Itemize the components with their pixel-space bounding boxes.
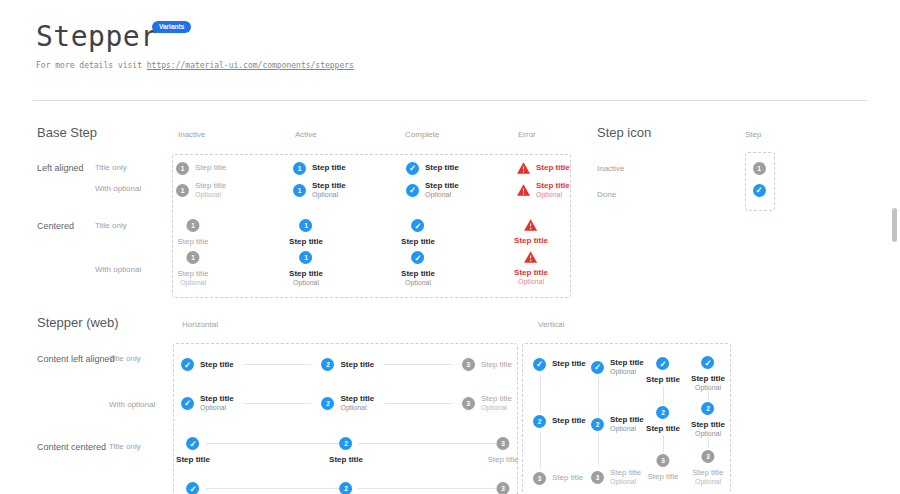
- step-cell: ✓Step titleOptional: [406, 179, 459, 201]
- step-label-block: Step titleOptional: [481, 394, 512, 413]
- step-label-block: Step title: [552, 359, 586, 369]
- column-header-error: Error: [518, 130, 536, 139]
- connector-line: [358, 488, 496, 489]
- step-title: Step title: [177, 269, 208, 279]
- connector-line: [244, 364, 312, 365]
- step-number-icon: 2: [533, 415, 546, 428]
- row-label-left-aligned: Left aligned: [37, 163, 84, 173]
- step-title: Step title: [289, 237, 323, 247]
- docs-link[interactable]: https://material-ui.com/components/stepp…: [147, 61, 354, 70]
- row-sublabel-web-with-optional: With optional: [109, 400, 155, 409]
- check-icon: ✓: [412, 251, 425, 264]
- step-label-block: Step title: [646, 424, 680, 434]
- row-sublabel-with-optional: With optional: [95, 184, 141, 193]
- step-icon-row-inactive: Inactive: [597, 164, 625, 173]
- check-icon: ✓: [187, 482, 200, 494]
- step-number-icon: 1: [753, 162, 766, 175]
- step-number-icon: 2: [340, 437, 353, 450]
- step-label-block: Step title: [647, 472, 678, 482]
- step-label-block: Step titleOptional: [200, 394, 234, 413]
- step-label-block: Step title: [481, 360, 512, 370]
- step-optional-label: Optional: [195, 191, 226, 200]
- warning-icon: [517, 162, 530, 174]
- step-title: Step title: [481, 360, 512, 370]
- check-icon: ✓: [181, 397, 194, 410]
- step-label-block: Step titleOptional: [536, 181, 570, 200]
- step-number-icon: 1: [293, 162, 306, 175]
- step-title: Step title: [481, 394, 512, 404]
- step-cell: Step titleOptional: [514, 251, 548, 287]
- step-cell: 1Step titleOptional: [177, 251, 208, 288]
- subtitle: For more details visit https://material-…: [36, 61, 354, 70]
- column-header-inactive: Inactive: [178, 130, 206, 139]
- step-cell: 2Step title: [533, 410, 586, 432]
- step-number-icon: 3: [591, 471, 604, 484]
- step-title: Step title: [177, 237, 208, 247]
- step-title: Step title: [536, 181, 570, 191]
- design-canvas: Stepper Variants For more details visit …: [0, 0, 900, 494]
- step-cell: ✓Step title: [646, 357, 680, 385]
- check-icon: ✓: [181, 358, 194, 371]
- warning-icon: [517, 184, 530, 196]
- step-number-icon: 1: [186, 251, 199, 264]
- step-title: Step title: [401, 237, 435, 247]
- step-title: Step title: [329, 455, 363, 465]
- step-optional-label: Optional: [610, 478, 641, 487]
- step-label-block: Step titleOptional: [691, 374, 725, 393]
- column-header-step: Step: [745, 130, 761, 139]
- step-number-icon: 2: [702, 402, 715, 415]
- step-cell: Step title: [517, 157, 570, 179]
- step-label-block: Step titleOptional: [425, 181, 459, 200]
- step-label-block: Step title: [552, 416, 586, 426]
- row-sublabel-with-optional-2: With optional: [95, 265, 141, 274]
- step-title: Step title: [200, 394, 234, 404]
- step-title: Step title: [646, 424, 680, 434]
- step-title: Step title: [514, 236, 548, 246]
- vertical-connector: [598, 434, 599, 466]
- step-optional-label: Optional: [518, 278, 544, 287]
- vertical-connector: [598, 377, 599, 415]
- step-cell: 3Step title: [487, 437, 518, 465]
- step-number-icon: 1: [293, 184, 306, 197]
- step-cell: 1Step title: [176, 157, 226, 179]
- step-title: Step title: [195, 181, 226, 191]
- step-label-block: Step titleOptional: [312, 181, 346, 200]
- step-cell: 3Step titleOptional: [692, 450, 723, 487]
- step-title: Step title: [552, 359, 586, 369]
- stepper-web-heading: Stepper (web): [37, 315, 119, 330]
- check-icon: ✓: [187, 437, 200, 450]
- step-optional-label: Optional: [536, 191, 570, 200]
- step-cell: 2Step title: [646, 406, 680, 434]
- step-title: Step title: [425, 181, 459, 191]
- step-title: Step title: [647, 472, 678, 482]
- connector-line: [384, 403, 452, 404]
- step-label-block: Step title: [340, 360, 374, 370]
- step-number-icon: 3: [496, 482, 509, 494]
- step-number-icon: 3: [462, 397, 475, 410]
- step-number-icon: 2: [340, 482, 353, 494]
- step-number-icon: 2: [591, 418, 604, 431]
- step-icon-specimen: ✓: [753, 184, 766, 197]
- step-optional-label: Optional: [610, 425, 644, 434]
- divider: [33, 100, 867, 101]
- step-cell: 1Step titleOptional: [293, 179, 346, 201]
- step-label-block: Step title: [487, 455, 518, 465]
- step-label-block: Step titleOptional: [340, 394, 374, 413]
- step-title: Step title: [312, 181, 346, 191]
- connector-line: [384, 364, 452, 365]
- step-cell: ✓Step title: [533, 353, 586, 375]
- step-cell: 1Step titleOptional: [176, 179, 226, 201]
- check-icon: ✓: [702, 356, 715, 369]
- step-number-icon: 1: [300, 251, 313, 264]
- row-label-centered: Centered: [37, 221, 74, 231]
- connector-line: [206, 443, 339, 444]
- step-optional-label: Optional: [340, 404, 374, 413]
- step-optional-label: Optional: [200, 404, 234, 413]
- step-label-block: Step titleOptional: [610, 415, 644, 434]
- step-number-icon: 3: [462, 358, 475, 371]
- row-sublabel-web-title-only: Title only: [109, 354, 141, 363]
- step-label-block: Step titleOptional: [692, 468, 723, 487]
- step-cell: 1Step title: [289, 219, 323, 247]
- scrollbar-thumb[interactable]: [892, 208, 897, 242]
- step-cell: ✓Step title: [406, 157, 459, 179]
